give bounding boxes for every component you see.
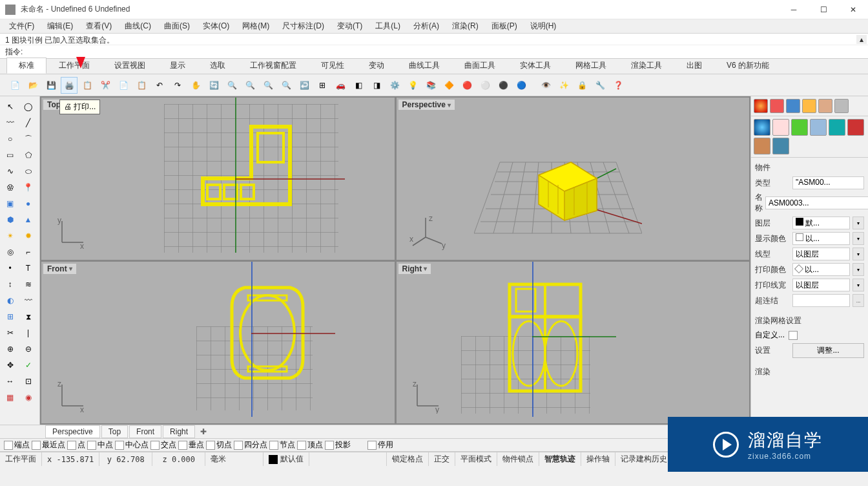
tab-surface-tools[interactable]: 曲面工具 [452,58,508,74]
rectangle-icon[interactable]: ▭ [1,147,19,163]
osnap-project[interactable]: 投影 [335,439,351,450]
tab-cplane[interactable]: 工作平面 [46,58,102,74]
mesh-icon[interactable]: ▦ [1,390,19,405]
lights-tab-icon[interactable] [802,99,816,113]
viewport-top[interactable]: Top▾ 🖨 打印... y x [41,98,395,260]
texture2-tab-icon[interactable] [754,138,770,154]
command-input[interactable] [25,47,863,56]
menu-edit[interactable]: 编辑(E) [41,19,79,33]
status-gridsnap[interactable]: 锁定格点 [387,452,429,466]
redo-icon[interactable]: ↷ [169,77,186,94]
set-cplane-icon[interactable]: ◨ [368,77,385,94]
zoom-extents-icon[interactable]: 🔍 [242,77,258,94]
circle-icon[interactable]: ○ [1,131,19,147]
sphere2-icon[interactable]: ⚫ [495,77,512,94]
osnap-cen-checkbox[interactable] [115,441,124,450]
curve-icon[interactable]: ∿ [1,164,19,179]
tab-drafting[interactable]: 出图 [674,58,714,74]
osnap-knot-checkbox[interactable] [269,441,278,450]
osnap-vertex[interactable]: 顶点 [307,439,323,450]
lasso-icon[interactable]: ◯ [19,99,37,114]
shade-icon[interactable]: 🔶 [440,77,457,94]
sun-tab-icon[interactable] [829,119,845,136]
osnap-perp[interactable]: 垂点 [189,439,204,450]
zoom-window-icon[interactable]: 🔍 [260,77,276,94]
osnap-int[interactable]: 交点 [161,439,176,450]
printwidth-value[interactable]: 以图层 [792,279,850,291]
import-icon[interactable]: 📋 [79,77,96,94]
polygon-icon[interactable]: ⬠ [19,147,37,163]
osnap-point[interactable]: 点 [78,439,85,450]
tab-visibility[interactable]: 可见性 [309,58,356,74]
menu-analyze[interactable]: 分析(A) [407,19,446,33]
sphere1-icon[interactable]: ⚪ [477,77,493,94]
sphere3-icon[interactable]: 🔵 [513,77,530,94]
tab-standard[interactable]: 标准 [6,58,46,74]
help-icon[interactable]: ❓ [610,77,626,94]
menu-dimension[interactable]: 尺寸标注(D) [276,19,331,33]
extrude-icon[interactable]: ↕ [1,277,19,292]
menu-mesh[interactable]: 网格(M) [236,19,276,33]
polyline-icon[interactable]: 〰 [1,115,19,131]
custom-checkbox[interactable] [789,331,798,340]
linetype-value[interactable]: 以图层 [792,248,850,260]
hyperlink-button[interactable]: ... [852,294,864,307]
display-tab-icon[interactable] [786,99,800,113]
linetype-dropdown[interactable]: ▾ [852,248,864,260]
loft-icon[interactable]: ≋ [19,277,37,292]
dispcolor-value[interactable]: 以... [792,232,850,245]
status-smarttrack[interactable]: 智慧轨迹 [539,452,581,466]
menu-surface[interactable]: 曲面(S) [158,19,196,33]
help-tab-icon[interactable] [834,99,849,113]
osnap-end-checkbox[interactable] [4,441,13,450]
viewport-front-label[interactable]: Front▾ [43,264,76,274]
undo-icon[interactable]: ↶ [151,77,168,94]
four-view-icon[interactable]: ⊞ [314,77,331,94]
layer-value[interactable]: 默... [792,217,850,229]
menu-tools[interactable]: 工具(L) [369,19,407,33]
properties-icon[interactable]: 💡 [404,77,421,94]
boolean-icon[interactable]: ⊖ [19,341,37,357]
status-ortho[interactable]: 正交 [429,452,455,466]
point-icon[interactable]: 📍 [19,180,37,195]
osnap-vertex-checkbox[interactable] [297,441,306,450]
menu-view[interactable]: 查看(V) [79,19,118,33]
menu-transform[interactable]: 变动(T) [331,19,369,33]
library-tab-icon[interactable] [772,138,789,154]
properties-tab-icon[interactable] [754,99,768,113]
status-planar[interactable]: 平面模式 [455,452,497,466]
cplane-icon[interactable]: ◧ [350,77,367,94]
osnap-int-checkbox[interactable] [150,441,160,450]
ellipse-icon[interactable]: ⬭ [19,164,37,179]
tab-display[interactable]: 显示 [158,58,198,74]
tab-setview[interactable]: 设置视图 [102,58,158,74]
material-tab-icon[interactable] [754,119,770,136]
pointer-icon[interactable]: ↖ [1,99,19,114]
menu-panel[interactable]: 面板(P) [485,19,524,33]
status-history[interactable]: 记录建构历史 [615,452,673,466]
minimize-button[interactable]: ─ [779,0,809,19]
options-icon[interactable]: ⚙️ [386,77,403,94]
lock-icon[interactable]: 🔒 [574,77,590,94]
curve-tools-icon[interactable]: 🏵 [1,180,19,195]
osnap-mid[interactable]: 中点 [98,439,113,450]
rotate-view-icon[interactable]: 🔄 [205,77,222,94]
zoom-selected-icon[interactable]: 🔍 [278,77,294,94]
undo-view-icon[interactable]: ↩️ [296,77,313,94]
status-osnap[interactable]: 物件锁点 [497,452,539,466]
status-layer[interactable]: 默认值 [264,452,309,466]
osnap-quad-checkbox[interactable] [234,441,243,450]
tab-solid-tools[interactable]: 实体工具 [508,58,563,74]
printcolor-value[interactable]: 以... [792,263,850,276]
tab-render-tools[interactable]: 渲染工具 [619,58,674,74]
cone-icon[interactable]: ▲ [19,212,37,227]
cut-icon[interactable]: ✂️ [97,77,114,94]
hyperlink-value[interactable] [792,294,850,307]
material-icon[interactable]: ◉ [19,390,37,405]
pan-icon[interactable]: ✋ [187,77,204,94]
tab-select[interactable]: 选取 [198,58,238,74]
offset-icon[interactable]: ◎ [1,244,19,260]
sphere-icon[interactable]: ● [19,196,37,211]
mirror-icon[interactable]: ⧗ [19,309,37,324]
explode-icon[interactable]: ✹ [19,228,37,244]
